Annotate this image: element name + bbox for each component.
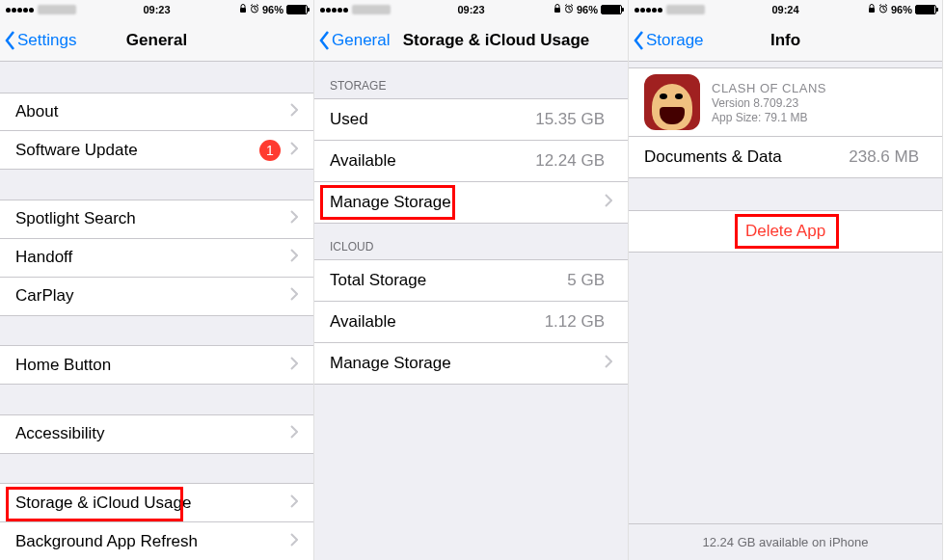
- page-title: Storage & iCloud Usage: [403, 31, 590, 50]
- row-label: Manage Storage: [330, 354, 605, 373]
- status-bar: 09:23 96%: [0, 0, 313, 19]
- battery-pct: 96%: [891, 4, 912, 15]
- section-header-storage: Storage: [314, 62, 628, 98]
- battery-pct: 96%: [262, 4, 284, 15]
- footer-text: 12.24 GB available on iPhone: [702, 535, 868, 549]
- lock-icon: [868, 4, 876, 15]
- row-label: About: [15, 102, 290, 121]
- chevron-right-icon: [290, 424, 298, 443]
- chevron-left-icon: [633, 30, 646, 51]
- back-button[interactable]: Storage: [629, 30, 704, 51]
- svg-rect-4: [869, 8, 875, 13]
- row-carplay[interactable]: CarPlay: [0, 277, 313, 316]
- signal-icon: [320, 8, 348, 13]
- row-spotlight-search[interactable]: Spotlight Search: [0, 200, 313, 239]
- nav-bar: General Storage & iCloud Usage: [314, 19, 628, 62]
- row-label: Storage & iCloud Usage: [15, 493, 290, 513]
- alarm-icon: [878, 4, 888, 15]
- chevron-right-icon: [290, 286, 298, 306]
- row-value: 15.35 GB: [535, 110, 605, 129]
- row-value: 12.24 GB: [535, 151, 605, 171]
- row-label: Total Storage: [330, 271, 567, 290]
- footer-available: 12.24 GB available on iPhone: [629, 523, 942, 560]
- signal-icon: [6, 8, 34, 13]
- signal-icon: [634, 8, 662, 13]
- battery-icon: [286, 5, 308, 14]
- row-documents-data[interactable]: Documents & Data 238.6 MB: [629, 136, 942, 178]
- chevron-left-icon: [4, 30, 17, 51]
- page-title: General: [126, 31, 187, 50]
- app-name: CLASH OF CLANS: [712, 81, 826, 95]
- chevron-right-icon: [290, 356, 298, 375]
- section-header-icloud: iCloud: [314, 223, 628, 259]
- battery-icon: [601, 5, 622, 14]
- chevron-right-icon: [290, 141, 298, 160]
- nav-bar: Settings General: [0, 19, 313, 62]
- row-about[interactable]: About: [0, 93, 313, 132]
- back-button[interactable]: General: [314, 30, 390, 51]
- battery-pct: 96%: [577, 4, 598, 15]
- back-button[interactable]: Settings: [0, 30, 76, 51]
- back-label: General: [332, 31, 390, 50]
- status-bar: 09:24 96%: [629, 0, 942, 19]
- row-label: Available: [330, 151, 535, 171]
- row-label: Available: [330, 312, 545, 332]
- row-handoff[interactable]: Handoff: [0, 238, 313, 278]
- row-app-header: CLASH OF CLANS Version 8.709.23 App Size…: [629, 67, 942, 137]
- row-label: Spotlight Search: [15, 209, 290, 228]
- row-label: Handoff: [15, 248, 290, 267]
- row-background-app-refresh[interactable]: Background App Refresh: [0, 521, 313, 560]
- row-label: Background App Refresh: [15, 532, 290, 551]
- app-version: Version 8.709.23: [712, 96, 826, 110]
- row-label: Used: [330, 110, 535, 129]
- row-icloud-total[interactable]: Total Storage 5 GB: [314, 259, 628, 302]
- row-manage-icloud-storage[interactable]: Manage Storage: [314, 342, 628, 385]
- row-label: Software Update: [15, 141, 259, 160]
- status-time: 09:23: [143, 4, 170, 15]
- delete-app-label: Delete App: [745, 222, 825, 241]
- chevron-right-icon: [290, 493, 298, 513]
- chevron-right-icon: [605, 354, 612, 373]
- app-size: App Size: 79.1 MB: [712, 111, 826, 124]
- row-label: Documents & Data: [644, 147, 849, 167]
- back-label: Settings: [17, 31, 76, 50]
- lock-icon: [239, 4, 247, 15]
- chevron-right-icon: [290, 102, 298, 121]
- row-storage-available[interactable]: Available 12.24 GB: [314, 140, 628, 182]
- row-manage-storage[interactable]: Manage Storage: [314, 181, 628, 224]
- panel-app-info: 09:24 96% Storage Info CLASH OF CLANS Ve…: [629, 0, 943, 560]
- row-software-update[interactable]: Software Update 1: [0, 130, 313, 170]
- row-storage-icloud-usage[interactable]: Storage & iCloud Usage: [0, 483, 313, 522]
- row-value: 5 GB: [567, 271, 605, 290]
- alarm-icon: [250, 4, 259, 15]
- status-time: 09:24: [771, 4, 798, 15]
- row-value: 238.6 MB: [849, 147, 919, 167]
- panel-general: 09:23 96% Settings General About Softwar…: [0, 0, 314, 560]
- status-time: 09:23: [457, 4, 484, 15]
- row-value: 1.12 GB: [545, 312, 605, 332]
- row-accessibility[interactable]: Accessibility: [0, 414, 313, 454]
- chevron-left-icon: [318, 30, 332, 51]
- panel-storage-icloud: 09:23 96% General Storage & iCloud Usage…: [314, 0, 629, 560]
- svg-rect-0: [240, 8, 246, 13]
- row-home-button[interactable]: Home Button: [0, 345, 313, 385]
- row-label: CarPlay: [15, 286, 290, 306]
- carrier-blur: [666, 5, 705, 14]
- delete-app-button[interactable]: Delete App: [629, 210, 942, 253]
- lock-icon: [554, 4, 561, 15]
- carrier-blur: [38, 5, 76, 14]
- carrier-blur: [352, 5, 391, 14]
- page-title: Info: [770, 31, 800, 50]
- chevron-right-icon: [290, 248, 298, 267]
- alarm-icon: [564, 4, 574, 15]
- row-storage-used[interactable]: Used 15.35 GB: [314, 98, 628, 141]
- svg-rect-2: [554, 8, 560, 13]
- chevron-right-icon: [290, 532, 298, 551]
- battery-icon: [915, 5, 936, 14]
- chevron-right-icon: [605, 193, 612, 212]
- notification-badge: 1: [259, 140, 281, 161]
- row-icloud-available[interactable]: Available 1.12 GB: [314, 301, 628, 343]
- chevron-right-icon: [290, 209, 298, 228]
- nav-bar: Storage Info: [629, 19, 942, 62]
- app-icon: [644, 74, 700, 130]
